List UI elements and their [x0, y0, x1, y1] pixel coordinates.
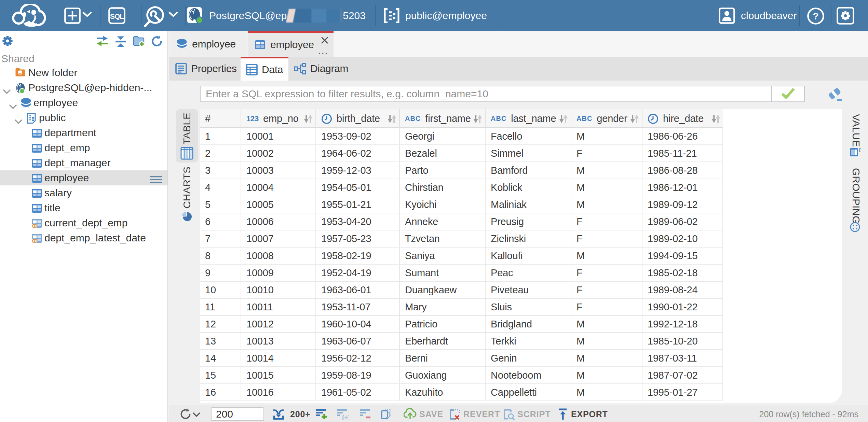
cell[interactable]: 10004	[241, 179, 316, 196]
drag-handle-icon[interactable]	[150, 174, 163, 186]
cell[interactable]: 10002	[241, 145, 316, 162]
cell[interactable]: 1963-06-01	[316, 282, 400, 299]
cell[interactable]: Genin	[486, 350, 571, 367]
export-button[interactable]: EXPORT	[557, 406, 608, 422]
cell[interactable]: 10012	[241, 316, 316, 333]
presentation-tab-charts[interactable]: CHARTS	[176, 167, 198, 221]
cell[interactable]: 15	[200, 367, 241, 384]
delete-row-button[interactable]	[359, 406, 371, 422]
clear-filter-eraser-icon[interactable]	[827, 87, 843, 103]
cell[interactable]: F	[571, 145, 642, 162]
cell[interactable]: Kalloufi	[486, 248, 571, 265]
cell[interactable]: 1952-04-19	[316, 265, 400, 282]
cell[interactable]: Cappelletti	[486, 384, 571, 401]
cell[interactable]: Tzvetan	[400, 230, 486, 248]
user-avatar-icon[interactable]	[719, 8, 735, 25]
cell[interactable]: 10013	[241, 333, 316, 350]
help-button[interactable]: ?	[807, 7, 825, 26]
cloudbeaver-logo-icon[interactable]	[12, 4, 46, 27]
cell[interactable]: 10007	[241, 230, 316, 248]
cell[interactable]: 1986-08-28	[642, 162, 723, 179]
cell[interactable]: M	[571, 128, 642, 145]
cell[interactable]: 1986-12-01	[642, 179, 723, 196]
sort-icon[interactable]	[304, 114, 313, 126]
cell[interactable]: 1960-10-04	[316, 316, 400, 333]
cell[interactable]: 2	[200, 145, 241, 162]
cell[interactable]: 1985-10-20	[642, 333, 723, 350]
cell[interactable]: Simmel	[486, 145, 571, 162]
cell[interactable]: 10001	[241, 128, 316, 145]
cell[interactable]: F	[571, 282, 642, 299]
sidebar-refresh-icon[interactable]	[151, 36, 163, 48]
subtab-properties[interactable]: Properties	[170, 57, 241, 81]
cell[interactable]: Kyoichi	[400, 196, 486, 213]
cell[interactable]: 1985-11-21	[642, 145, 723, 162]
chevron-down-icon[interactable]	[15, 115, 22, 127]
tree-item-dept-emp-latest-date[interactable]: dept_emp_latest_date	[0, 230, 167, 245]
cell[interactable]: 11	[200, 299, 241, 316]
tree-item-dept-manager[interactable]: dept_manager	[0, 155, 167, 170]
cell[interactable]: 9	[200, 265, 241, 282]
cell[interactable]: F	[571, 265, 642, 282]
cell[interactable]: F	[571, 299, 642, 316]
cell[interactable]: 1954-05-01	[316, 179, 400, 196]
search-chevron-down-icon[interactable]	[168, 11, 178, 19]
cell[interactable]: Bamford	[486, 162, 571, 179]
script-button[interactable]: SCRIPT	[502, 406, 551, 422]
cell[interactable]: 1990-01-22	[642, 299, 723, 316]
cell[interactable]: Saniya	[400, 248, 486, 265]
presentation-tab-table[interactable]: TABLE	[176, 109, 198, 163]
revert-button[interactable]: REVERT	[448, 406, 500, 422]
sql-filter-input[interactable]	[201, 86, 771, 101]
column-header-index[interactable]: #	[200, 109, 241, 128]
cell[interactable]: 1953-04-20	[316, 213, 400, 230]
tree-item-salary[interactable]: salary	[0, 185, 167, 200]
sidebar-sync-connection-icon[interactable]	[96, 35, 108, 48]
sidebar-add-folder-icon[interactable]	[133, 36, 145, 48]
cell[interactable]: 1963-06-07	[316, 333, 400, 350]
cell[interactable]: Peac	[486, 265, 571, 282]
tree-item-title[interactable]: title	[0, 200, 167, 215]
tree-item-public[interactable]: public	[0, 110, 167, 125]
cell[interactable]: 1989-08-24	[642, 282, 723, 299]
cell[interactable]: 10015	[241, 367, 316, 384]
grouping-panel-icon[interactable]	[850, 222, 860, 234]
column-header-gender[interactable]: ABC gender	[571, 109, 642, 128]
cell[interactable]: 14	[200, 350, 241, 367]
cell[interactable]: 1	[200, 128, 241, 145]
sql-editor-button[interactable]: SQL	[108, 7, 125, 26]
sort-icon[interactable]	[630, 114, 639, 126]
cell[interactable]: 6	[200, 213, 241, 230]
row-limit-input[interactable]	[211, 407, 264, 421]
column-header-emp_no[interactable]: 123 emp_no	[241, 109, 316, 128]
cell[interactable]: 10006	[241, 213, 316, 230]
cell[interactable]: Parto	[400, 162, 486, 179]
cell[interactable]: 5	[200, 196, 241, 213]
connection-selector[interactable]: PostgreSQL@ep 5203	[209, 0, 366, 31]
cell[interactable]: M	[571, 350, 642, 367]
cell[interactable]: Patricio	[400, 316, 486, 333]
cell[interactable]: 1995-01-27	[642, 384, 723, 401]
cell[interactable]: 12	[200, 316, 241, 333]
sort-icon[interactable]	[559, 114, 568, 126]
copy-results-button[interactable]	[380, 406, 392, 422]
cell[interactable]: 10011	[241, 299, 316, 316]
schema-selector[interactable]: public@employee	[405, 0, 487, 31]
cell[interactable]: 4	[200, 179, 241, 196]
cell[interactable]: 1958-02-19	[316, 248, 400, 265]
cell[interactable]: Sumant	[400, 265, 486, 282]
tree-item-employee[interactable]: employee	[0, 95, 167, 110]
tab-employee-database[interactable]: employee	[169, 31, 247, 57]
settings-button[interactable]	[837, 7, 854, 26]
cell[interactable]: M	[571, 179, 642, 196]
new-connection-button[interactable]	[64, 8, 81, 25]
cell[interactable]: 1959-12-03	[316, 162, 400, 179]
cell[interactable]: Anneke	[400, 213, 486, 230]
tree-item-postgresql-ep-hidden-[interactable]: PostgreSQL@ep-hidden-...	[0, 80, 167, 95]
cell[interactable]: Eberhardt	[400, 333, 486, 350]
cell[interactable]: 10	[200, 282, 241, 299]
sort-icon[interactable]	[711, 114, 720, 126]
cell[interactable]: Bridgland	[486, 316, 571, 333]
panel-tab-value[interactable]: VALUE	[850, 114, 862, 147]
column-header-first_name[interactable]: ABC first_name	[400, 109, 486, 128]
